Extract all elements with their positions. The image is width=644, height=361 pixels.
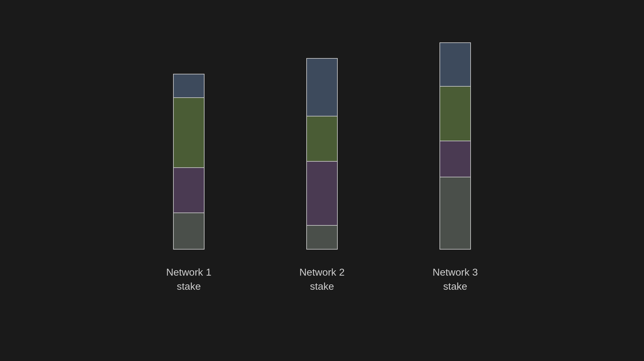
- bar-network-1: [173, 74, 205, 250]
- bar-network-2: [306, 58, 338, 250]
- bar-group-network-2: Network 2 stake: [299, 58, 345, 294]
- label-network-3: Network 3 stake: [433, 265, 478, 294]
- segment-1-3: [174, 168, 204, 213]
- label-network-2: Network 2 stake: [299, 265, 345, 294]
- label-network-1-line2: stake: [177, 281, 201, 292]
- segment-3-2: [440, 87, 470, 141]
- label-network-3-line2: stake: [443, 281, 467, 292]
- segment-2-2: [307, 116, 337, 162]
- label-network-2-line1: Network 2: [299, 267, 345, 278]
- bar-group-network-3: Network 3 stake: [433, 42, 478, 294]
- label-network-1-line1: Network 1: [166, 267, 211, 278]
- segment-1-4: [174, 213, 204, 249]
- segment-2-4: [307, 226, 337, 249]
- bar-wrapper-3: [439, 42, 471, 250]
- label-network-1: Network 1 stake: [166, 265, 211, 294]
- chart-container: Network 1 stake Network 2 stake: [0, 42, 644, 319]
- segment-1-2: [174, 98, 204, 168]
- segment-2-3: [307, 162, 337, 226]
- label-network-2-line2: stake: [310, 281, 334, 292]
- segment-1-1: [174, 74, 204, 98]
- segment-3-3: [440, 141, 470, 177]
- bar-wrapper-1: [173, 74, 205, 250]
- segment-3-4: [440, 177, 470, 249]
- segment-3-1: [440, 43, 470, 87]
- segment-2-1: [307, 59, 337, 116]
- bar-wrapper-2: [306, 58, 338, 250]
- label-network-3-line1: Network 3: [433, 267, 478, 278]
- bar-network-3: [439, 42, 471, 250]
- bar-group-network-1: Network 1 stake: [166, 74, 211, 294]
